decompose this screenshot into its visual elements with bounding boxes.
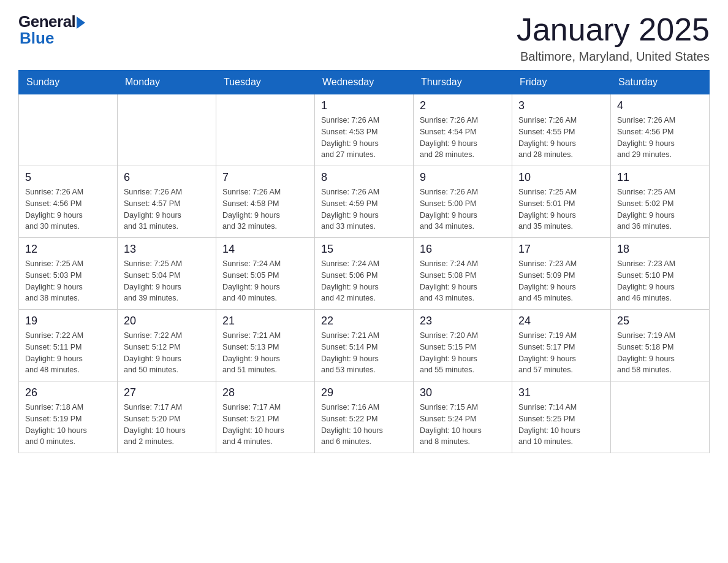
calendar-cell: 3Sunrise: 7:26 AM Sunset: 4:55 PM Daylig… bbox=[512, 94, 611, 166]
calendar-week-row: 1Sunrise: 7:26 AM Sunset: 4:53 PM Daylig… bbox=[19, 94, 710, 166]
logo-arrow-icon bbox=[77, 17, 85, 29]
title-section: January 2025 Baltimore, Maryland, United… bbox=[517, 12, 710, 64]
day-number: 5 bbox=[25, 171, 111, 184]
day-info: Sunrise: 7:25 AM Sunset: 5:04 PM Dayligh… bbox=[124, 258, 210, 304]
calendar-cell: 28Sunrise: 7:17 AM Sunset: 5:21 PM Dayli… bbox=[216, 381, 315, 453]
day-number: 21 bbox=[222, 315, 308, 327]
day-info: Sunrise: 7:24 AM Sunset: 5:08 PM Dayligh… bbox=[420, 258, 506, 304]
calendar-cell: 2Sunrise: 7:26 AM Sunset: 4:54 PM Daylig… bbox=[414, 94, 512, 166]
day-info: Sunrise: 7:25 AM Sunset: 5:02 PM Dayligh… bbox=[617, 186, 703, 232]
calendar-cell: 23Sunrise: 7:20 AM Sunset: 5:15 PM Dayli… bbox=[414, 310, 512, 381]
calendar-cell: 11Sunrise: 7:25 AM Sunset: 5:02 PM Dayli… bbox=[611, 166, 710, 238]
day-number: 15 bbox=[321, 243, 407, 256]
day-info: Sunrise: 7:26 AM Sunset: 4:54 PM Dayligh… bbox=[420, 115, 506, 161]
calendar-cell: 21Sunrise: 7:21 AM Sunset: 5:13 PM Dayli… bbox=[216, 310, 315, 381]
month-title: January 2025 bbox=[517, 12, 710, 47]
day-info: Sunrise: 7:14 AM Sunset: 5:25 PM Dayligh… bbox=[518, 402, 604, 448]
calendar-table: SundayMondayTuesdayWednesdayThursdayFrid… bbox=[18, 70, 710, 453]
calendar-cell: 12Sunrise: 7:25 AM Sunset: 5:03 PM Dayli… bbox=[19, 238, 118, 310]
day-info: Sunrise: 7:19 AM Sunset: 5:17 PM Dayligh… bbox=[518, 330, 604, 376]
day-info: Sunrise: 7:26 AM Sunset: 4:56 PM Dayligh… bbox=[25, 186, 111, 232]
day-number: 30 bbox=[420, 386, 506, 399]
day-number: 11 bbox=[617, 171, 703, 184]
day-number: 27 bbox=[124, 386, 210, 399]
day-info: Sunrise: 7:26 AM Sunset: 4:59 PM Dayligh… bbox=[321, 186, 407, 232]
location: Baltimore, Maryland, United States bbox=[517, 50, 710, 64]
day-number: 25 bbox=[617, 315, 703, 327]
day-number: 24 bbox=[518, 315, 604, 327]
calendar-cell: 26Sunrise: 7:18 AM Sunset: 5:19 PM Dayli… bbox=[19, 381, 118, 453]
day-info: Sunrise: 7:16 AM Sunset: 5:22 PM Dayligh… bbox=[321, 402, 407, 448]
day-number: 8 bbox=[321, 171, 407, 184]
day-number: 12 bbox=[25, 243, 111, 256]
day-number: 22 bbox=[321, 315, 407, 327]
calendar-cell: 15Sunrise: 7:24 AM Sunset: 5:06 PM Dayli… bbox=[315, 238, 414, 310]
day-info: Sunrise: 7:26 AM Sunset: 5:00 PM Dayligh… bbox=[420, 186, 506, 232]
day-info: Sunrise: 7:17 AM Sunset: 5:21 PM Dayligh… bbox=[222, 402, 308, 448]
calendar-cell: 1Sunrise: 7:26 AM Sunset: 4:53 PM Daylig… bbox=[315, 94, 414, 166]
day-info: Sunrise: 7:23 AM Sunset: 5:09 PM Dayligh… bbox=[518, 258, 604, 304]
logo: General Blue bbox=[18, 12, 85, 48]
calendar-day-header: Monday bbox=[118, 71, 216, 94]
day-number: 31 bbox=[518, 386, 604, 399]
calendar-cell: 8Sunrise: 7:26 AM Sunset: 4:59 PM Daylig… bbox=[315, 166, 414, 238]
day-number: 9 bbox=[420, 171, 506, 184]
calendar-cell bbox=[611, 381, 710, 453]
calendar-cell bbox=[118, 94, 216, 166]
calendar-cell bbox=[216, 94, 315, 166]
day-info: Sunrise: 7:26 AM Sunset: 4:55 PM Dayligh… bbox=[518, 115, 604, 161]
day-number: 2 bbox=[420, 99, 506, 112]
calendar-cell: 20Sunrise: 7:22 AM Sunset: 5:12 PM Dayli… bbox=[118, 310, 216, 381]
calendar-week-row: 19Sunrise: 7:22 AM Sunset: 5:11 PM Dayli… bbox=[19, 310, 710, 381]
day-info: Sunrise: 7:26 AM Sunset: 4:57 PM Dayligh… bbox=[124, 186, 210, 232]
calendar-day-header: Friday bbox=[512, 71, 611, 94]
page-header: General Blue January 2025 Baltimore, Mar… bbox=[18, 12, 710, 64]
day-info: Sunrise: 7:21 AM Sunset: 5:13 PM Dayligh… bbox=[222, 330, 308, 376]
day-info: Sunrise: 7:24 AM Sunset: 5:05 PM Dayligh… bbox=[222, 258, 308, 304]
day-info: Sunrise: 7:22 AM Sunset: 5:12 PM Dayligh… bbox=[124, 330, 210, 376]
day-info: Sunrise: 7:22 AM Sunset: 5:11 PM Dayligh… bbox=[25, 330, 111, 376]
day-number: 10 bbox=[518, 171, 604, 184]
calendar-cell: 13Sunrise: 7:25 AM Sunset: 5:04 PM Dayli… bbox=[118, 238, 216, 310]
day-info: Sunrise: 7:18 AM Sunset: 5:19 PM Dayligh… bbox=[25, 402, 111, 448]
day-number: 3 bbox=[518, 99, 604, 112]
calendar-cell: 6Sunrise: 7:26 AM Sunset: 4:57 PM Daylig… bbox=[118, 166, 216, 238]
calendar-cell: 5Sunrise: 7:26 AM Sunset: 4:56 PM Daylig… bbox=[19, 166, 118, 238]
calendar-cell: 14Sunrise: 7:24 AM Sunset: 5:05 PM Dayli… bbox=[216, 238, 315, 310]
day-info: Sunrise: 7:24 AM Sunset: 5:06 PM Dayligh… bbox=[321, 258, 407, 304]
calendar-day-header: Thursday bbox=[414, 71, 512, 94]
day-number: 23 bbox=[420, 315, 506, 327]
calendar-cell: 16Sunrise: 7:24 AM Sunset: 5:08 PM Dayli… bbox=[414, 238, 512, 310]
calendar-day-header: Saturday bbox=[611, 71, 710, 94]
calendar-week-row: 5Sunrise: 7:26 AM Sunset: 4:56 PM Daylig… bbox=[19, 166, 710, 238]
calendar-cell: 24Sunrise: 7:19 AM Sunset: 5:17 PM Dayli… bbox=[512, 310, 611, 381]
day-info: Sunrise: 7:19 AM Sunset: 5:18 PM Dayligh… bbox=[617, 330, 703, 376]
calendar-cell: 18Sunrise: 7:23 AM Sunset: 5:10 PM Dayli… bbox=[611, 238, 710, 310]
calendar-cell: 19Sunrise: 7:22 AM Sunset: 5:11 PM Dayli… bbox=[19, 310, 118, 381]
day-number: 1 bbox=[321, 99, 407, 112]
calendar-cell: 9Sunrise: 7:26 AM Sunset: 5:00 PM Daylig… bbox=[414, 166, 512, 238]
day-info: Sunrise: 7:25 AM Sunset: 5:01 PM Dayligh… bbox=[518, 186, 604, 232]
logo-blue-text: Blue bbox=[18, 29, 54, 48]
day-info: Sunrise: 7:25 AM Sunset: 5:03 PM Dayligh… bbox=[25, 258, 111, 304]
day-number: 17 bbox=[518, 243, 604, 256]
calendar-cell: 30Sunrise: 7:15 AM Sunset: 5:24 PM Dayli… bbox=[414, 381, 512, 453]
day-info: Sunrise: 7:26 AM Sunset: 4:58 PM Dayligh… bbox=[222, 186, 308, 232]
day-number: 28 bbox=[222, 386, 308, 399]
calendar-day-header: Sunday bbox=[19, 71, 118, 94]
day-info: Sunrise: 7:15 AM Sunset: 5:24 PM Dayligh… bbox=[420, 402, 506, 448]
day-number: 13 bbox=[124, 243, 210, 256]
day-info: Sunrise: 7:17 AM Sunset: 5:20 PM Dayligh… bbox=[124, 402, 210, 448]
day-number: 19 bbox=[25, 315, 111, 327]
day-number: 20 bbox=[124, 315, 210, 327]
day-number: 16 bbox=[420, 243, 506, 256]
calendar-cell: 7Sunrise: 7:26 AM Sunset: 4:58 PM Daylig… bbox=[216, 166, 315, 238]
calendar-header: SundayMondayTuesdayWednesdayThursdayFrid… bbox=[19, 71, 710, 94]
calendar-week-row: 26Sunrise: 7:18 AM Sunset: 5:19 PM Dayli… bbox=[19, 381, 710, 453]
day-number: 29 bbox=[321, 386, 407, 399]
calendar-day-header: Wednesday bbox=[315, 71, 414, 94]
day-info: Sunrise: 7:23 AM Sunset: 5:10 PM Dayligh… bbox=[617, 258, 703, 304]
day-number: 4 bbox=[617, 99, 703, 112]
calendar-cell: 27Sunrise: 7:17 AM Sunset: 5:20 PM Dayli… bbox=[118, 381, 216, 453]
day-number: 26 bbox=[25, 386, 111, 399]
